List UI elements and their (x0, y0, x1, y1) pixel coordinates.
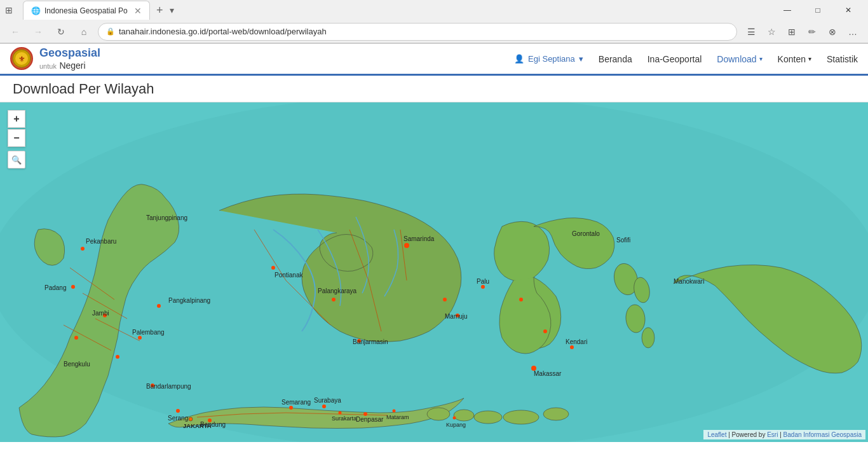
page-title-bar: Download Per Wilayah (0, 76, 868, 102)
svg-text:Palu: Palu (477, 278, 489, 285)
home-button[interactable]: ⌂ (75, 23, 93, 41)
svg-text:Bandarlampung: Bandarlampung (146, 383, 191, 390)
map-attribution: Leaflet | Powered by Esri | Badan Inform… (703, 430, 865, 439)
close-button[interactable]: ✕ (834, 0, 863, 20)
svg-point-38 (271, 266, 275, 270)
svg-text:Pekanbaru: Pekanbaru (86, 238, 116, 245)
back-button[interactable]: ← (6, 23, 24, 41)
user-name: Egi Septiana (528, 54, 575, 64)
svg-point-10 (454, 410, 474, 421)
nav-konten[interactable]: Konten ▾ (778, 54, 811, 64)
svg-point-81 (453, 417, 456, 420)
svg-text:Palembang: Palembang (132, 329, 165, 336)
browser-toolbar: ☰ ☆ ⊞ ✏ ⊗ … (742, 23, 862, 41)
site-navigation: 👤 Egi Septiana ▾ Beranda Ina-Geoportal D… (514, 54, 858, 64)
minimize-button[interactable]: — (773, 0, 802, 20)
svg-text:Surabaya: Surabaya (314, 397, 341, 404)
svg-text:Palangkaraya: Palangkaraya (318, 287, 357, 294)
attribution-separator: | Powered by (728, 431, 767, 438)
leaflet-link[interactable]: Leaflet (707, 431, 726, 438)
svg-point-42 (443, 298, 447, 301)
svg-point-39 (332, 298, 336, 301)
svg-text:Jambi: Jambi (92, 310, 109, 317)
tab-dropdown-button[interactable]: ▾ (170, 5, 174, 15)
zoom-in-button[interactable]: + (8, 110, 25, 128)
svg-text:Semarang: Semarang (281, 399, 311, 406)
bookmark-button[interactable]: ☆ (763, 23, 780, 41)
pen-button[interactable]: ✏ (803, 23, 821, 41)
svg-text:Makassar: Makassar (534, 370, 562, 377)
nav-ina-geoportal[interactable]: Ina-Geoportal (648, 54, 702, 64)
browser-window: ⊞ 🌐 Indonesia Geospatial Po ✕ + ▾ — □ ✕ … (0, 0, 868, 442)
map-search-button[interactable]: 🔍 (8, 151, 25, 169)
svg-point-27 (81, 247, 85, 251)
svg-point-75 (339, 411, 342, 415)
svg-text:Kendari: Kendari (566, 338, 587, 345)
svg-point-36 (189, 417, 193, 421)
collections-button[interactable]: ⊞ (783, 23, 801, 41)
address-bar: ← → ↻ ⌂ 🔒 tanahair.indonesia.go.id/porta… (0, 20, 868, 43)
more-button[interactable]: … (844, 23, 862, 41)
svg-point-31 (116, 355, 119, 359)
nav-ina-geoportal-label: Ina-Geoportal (648, 54, 702, 64)
security-icon: 🔒 (106, 27, 115, 36)
svg-point-41 (404, 243, 409, 248)
user-menu[interactable]: 👤 Egi Septiana ▾ (514, 54, 583, 64)
badan-link[interactable]: Badan Informasi Geospasia (783, 431, 862, 438)
tab-close-button[interactable]: ✕ (134, 6, 142, 16)
map-container[interactable]: Pekanbaru Tanjungpinang Padang Jambi Ben… (0, 102, 868, 442)
svg-point-11 (474, 411, 502, 424)
window-controls: — □ ✕ (773, 0, 863, 20)
svg-text:⚜: ⚜ (18, 55, 25, 64)
svg-text:Pontianak: Pontianak (275, 272, 303, 279)
svg-point-71 (289, 406, 293, 410)
forward-button[interactable]: → (29, 23, 47, 41)
svg-text:Samarinda: Samarinda (403, 235, 435, 242)
tab-favicon: 🌐 (31, 6, 41, 15)
svg-point-73 (322, 404, 326, 408)
refresh-button[interactable]: ↻ (52, 23, 70, 41)
nav-beranda-label: Beranda (599, 54, 632, 64)
svg-text:Bandung: Bandung (200, 421, 226, 428)
svg-point-44 (519, 298, 523, 301)
svg-text:Sofifi: Sofifi (616, 237, 630, 244)
svg-point-8 (642, 328, 654, 348)
nav-statistik-label: Statistik (827, 54, 858, 64)
nav-beranda[interactable]: Beranda (599, 54, 632, 64)
nav-download[interactable]: Download ▾ (717, 54, 762, 64)
svg-text:Mataram: Mataram (386, 414, 409, 420)
svg-text:Padang: Padang (44, 284, 66, 291)
reader-view-button[interactable]: ☰ (742, 23, 760, 41)
url-text: tanahair.indonesia.go.id/portal-web/down… (119, 27, 327, 36)
svg-point-48 (481, 285, 485, 289)
svg-text:Denpasar: Denpasar (356, 416, 384, 423)
svg-point-79 (393, 410, 396, 413)
new-tab-button[interactable]: + (153, 4, 167, 17)
svg-point-45 (543, 329, 547, 333)
map-controls: + − 🔍 (8, 110, 25, 169)
nav-download-label: Download (717, 54, 756, 64)
logo-brand: Geospasial (39, 47, 100, 60)
svg-text:Banjarmasin: Banjarmasin (353, 338, 388, 345)
svg-point-32 (138, 336, 142, 340)
url-bar[interactable]: 🔒 tanahair.indonesia.go.id/portal-web/do… (98, 23, 737, 41)
zoom-out-button[interactable]: − (8, 129, 25, 147)
nav-konten-label: Konten (778, 54, 806, 64)
svg-point-33 (157, 304, 161, 308)
active-tab[interactable]: 🌐 Indonesia Geospatial Po ✕ (23, 1, 150, 20)
nav-statistik[interactable]: Statistik (827, 54, 858, 64)
site-header: ⚜ Geospasial untuk Negeri 👤 Egi Septiana… (0, 44, 868, 76)
svg-text:Surakarta: Surakarta (332, 415, 356, 422)
svg-text:Manokwari: Manokwari (674, 278, 704, 285)
share-button[interactable]: ⊗ (824, 23, 841, 41)
svg-text:Tanjungpinang: Tanjungpinang (146, 214, 187, 221)
tab-title: Indonesia Geospatial Po (44, 6, 130, 15)
maximize-button[interactable]: □ (803, 0, 832, 20)
nav-download-arrow: ▾ (759, 55, 763, 62)
map-svg: Pekanbaru Tanjungpinang Padang Jambi Ben… (0, 102, 868, 442)
esri-link[interactable]: Esri (767, 431, 778, 438)
logo-area[interactable]: ⚜ Geospasial untuk Negeri (10, 47, 100, 71)
svg-point-29 (74, 336, 78, 340)
user-dropdown-icon: ▾ (579, 54, 583, 64)
logo-emblem: ⚜ (10, 47, 33, 70)
